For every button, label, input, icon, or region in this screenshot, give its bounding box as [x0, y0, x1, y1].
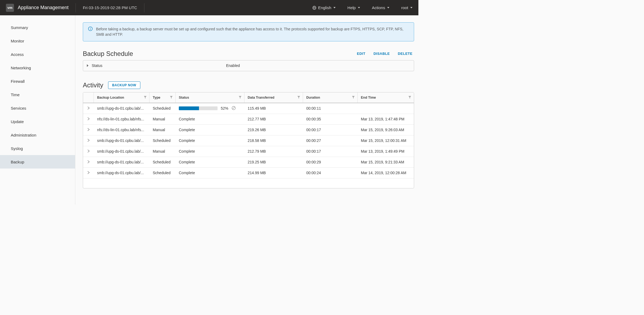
cell-status: 52% — [176, 103, 244, 114]
sidebar-item-label: Firewall — [11, 79, 25, 84]
chevron-right-icon — [87, 171, 90, 175]
column-expand — [83, 92, 94, 103]
cell-end: Mar 13, 2019, 1:47:48 PM — [358, 114, 414, 124]
cell-duration-text: 00:00:35 — [306, 117, 321, 121]
chevron-right-icon — [87, 160, 90, 164]
cell-data: 218.58 MB — [244, 135, 303, 146]
cell-type-text: Scheduled — [153, 160, 170, 164]
cancel-icon[interactable] — [232, 106, 236, 111]
column-type[interactable]: Type — [150, 92, 176, 103]
cell-location: smb://upg-ds-01.cpbu.lab/... — [94, 168, 150, 178]
chevron-down-icon — [410, 7, 412, 8]
sidebar-item-services[interactable]: Services — [0, 101, 75, 115]
row-expander[interactable] — [83, 125, 94, 135]
sidebar-item-label: Monitor — [11, 39, 24, 43]
cell-duration-text: 00:00:11 — [306, 106, 321, 110]
sidebar-item-backup[interactable]: Backup — [0, 155, 75, 169]
cell-end: Mar 15, 2019, 9:21:33 AM — [358, 157, 414, 167]
cell-duration: 00:00:29 — [303, 157, 358, 167]
sidebar-item-label: Syslog — [11, 146, 23, 151]
disable-link[interactable]: DISABLE — [373, 52, 390, 56]
progress-bar — [179, 106, 218, 110]
column-data-transferred[interactable]: Data Transferred — [244, 92, 303, 103]
cell-type-text: Manual — [153, 117, 165, 121]
row-expander[interactable] — [83, 114, 94, 124]
language-menu[interactable]: English — [312, 5, 336, 10]
cell-data-text: 214.99 MB — [248, 171, 266, 175]
column-status[interactable]: Status — [176, 92, 244, 103]
cell-location-text: nfs://ds-lin-01.cpbu.lab/nfs... — [97, 117, 144, 121]
cell-duration-text: 00:00:24 — [306, 171, 321, 175]
app-title: Appliance Management — [18, 5, 69, 10]
filter-icon[interactable] — [170, 96, 173, 99]
table-row: smb://upg-ds-01.cpbu.lab/...Scheduled52%… — [83, 103, 414, 114]
cell-end: Mar 15, 2019, 9:26:03 AM — [358, 125, 414, 135]
filter-icon[interactable] — [408, 96, 411, 99]
cell-duration: 00:00:24 — [303, 168, 358, 178]
cell-status-text: Complete — [179, 138, 195, 143]
sidebar-item-label: Summary — [11, 25, 28, 30]
cell-location-text: smb://upg-ds-01.cpbu.lab/... — [97, 160, 144, 164]
column-end-time[interactable]: End Time — [358, 92, 414, 103]
info-banner: Before taking a backup, a backup server … — [83, 22, 414, 41]
edit-link[interactable]: EDIT — [357, 52, 365, 56]
chevron-down-icon — [387, 7, 389, 8]
backup-now-button[interactable]: BACKUP NOW — [108, 81, 140, 89]
sidebar-item-summary[interactable]: Summary — [0, 21, 75, 34]
cell-status-text: Complete — [179, 128, 195, 132]
cell-location-text: smb://upg-ds-01.cpbu.lab/... — [97, 149, 144, 153]
sidebar-item-access[interactable]: Access — [0, 48, 75, 61]
row-expander[interactable] — [83, 157, 94, 167]
filter-icon[interactable] — [144, 96, 147, 99]
row-expander[interactable] — [83, 103, 94, 114]
sidebar-item-label: Networking — [11, 66, 31, 70]
chevron-right-icon — [87, 128, 90, 132]
sidebar-item-monitor[interactable]: Monitor — [0, 34, 75, 48]
delete-link[interactable]: DELETE — [398, 52, 412, 56]
sidebar-item-update[interactable]: Update — [0, 115, 75, 128]
filter-icon[interactable] — [352, 96, 355, 99]
table-row: smb://upg-ds-01.cpbu.lab/...ScheduledCom… — [83, 157, 414, 168]
cell-location: nfs://ds-lin-01.cpbu.lab/nfs... — [94, 114, 150, 124]
cell-duration: 00:00:27 — [303, 135, 358, 146]
cell-duration-text: 00:00:29 — [306, 160, 321, 164]
sidebar-item-administration[interactable]: Administration — [0, 128, 75, 142]
svg-point-5 — [90, 27, 91, 28]
cell-end-text: Mar 13, 2019, 1:49:49 PM — [361, 149, 404, 153]
cell-data-text: 212.77 MB — [248, 117, 266, 121]
activity-header: Activity BACKUP NOW — [83, 81, 414, 89]
cell-status: Complete — [176, 125, 244, 135]
schedule-status-row[interactable]: Status Enabled — [83, 60, 414, 71]
chevron-right-icon — [87, 106, 90, 110]
column-duration[interactable]: Duration — [303, 92, 358, 103]
actions-menu[interactable]: Actions — [372, 5, 389, 10]
row-expander[interactable] — [83, 135, 94, 146]
separator — [76, 3, 76, 12]
column-label: Duration — [306, 96, 320, 99]
cell-end-text: Mar 13, 2019, 1:47:48 PM — [361, 117, 404, 121]
cell-status: Complete — [176, 168, 244, 178]
info-icon — [88, 26, 93, 31]
schedule-status-value: Enabled — [226, 63, 240, 68]
sidebar-item-syslog[interactable]: Syslog — [0, 142, 75, 155]
sidebar-item-label: Update — [11, 119, 24, 124]
help-menu[interactable]: Help — [347, 5, 360, 10]
cell-location: smb://upg-ds-01.cpbu.lab/... — [94, 157, 150, 167]
user-menu[interactable]: root — [401, 5, 412, 10]
filter-icon[interactable] — [297, 96, 300, 99]
column-backup-location[interactable]: Backup Location — [94, 92, 150, 103]
sidebar-item-networking[interactable]: Networking — [0, 61, 75, 74]
progress-percent: 52% — [221, 106, 228, 110]
sidebar-item-time[interactable]: Time — [0, 88, 75, 101]
chevron-right-icon — [87, 64, 88, 67]
cell-type: Scheduled — [150, 103, 176, 114]
sidebar-item-firewall[interactable]: Firewall — [0, 74, 75, 88]
cell-location-text: smb://upg-ds-01.cpbu.lab/... — [97, 106, 144, 110]
row-expander[interactable] — [83, 168, 94, 178]
chevron-right-icon — [87, 138, 90, 143]
cell-location: smb://upg-ds-01.cpbu.lab/... — [94, 135, 150, 146]
cell-type: Scheduled — [150, 157, 176, 167]
filter-icon[interactable] — [239, 96, 241, 99]
cell-data: 212.77 MB — [244, 114, 303, 124]
row-expander[interactable] — [83, 146, 94, 157]
